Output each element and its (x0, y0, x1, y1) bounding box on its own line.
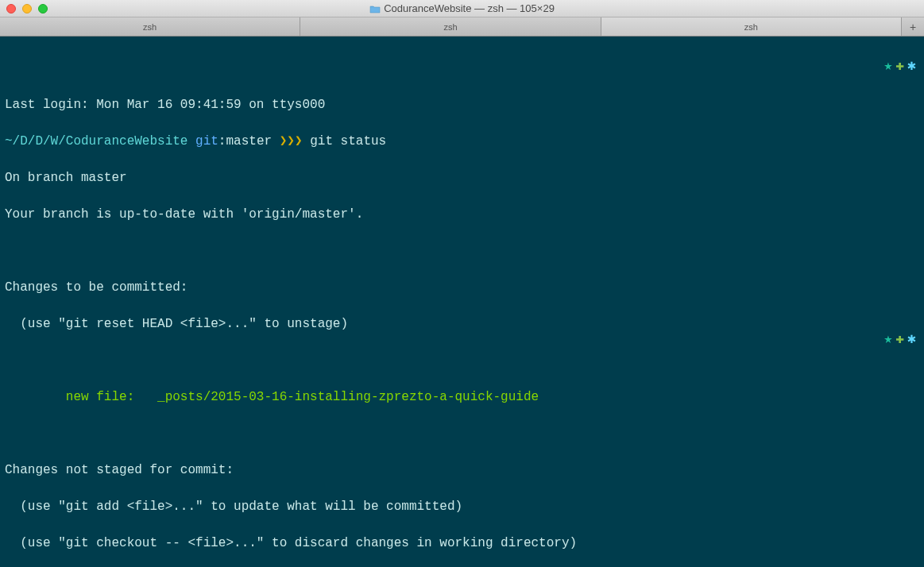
titlebar: CoduranceWebsite — zsh — 105×29 (0, 0, 924, 17)
prompt-path: ~/D/D/W/CoduranceWebsite (5, 134, 188, 148)
tab-label: zsh (443, 22, 457, 32)
tab-zsh-2[interactable]: zsh (300, 17, 601, 36)
uptodate-line: Your branch is up-to-date with 'origin/m… (5, 206, 919, 224)
add-hint: (use "git add <file>..." to update what … (5, 498, 919, 516)
window-title-text: CoduranceWebsite — zsh — 105×29 (384, 2, 555, 14)
tab-zsh-3[interactable]: zsh (601, 17, 902, 36)
command-text: git status (310, 134, 386, 148)
checkout-hint: (use "git checkout -- <file>..." to disc… (5, 534, 919, 553)
git-indicators-2: ★✚✱ (883, 330, 916, 349)
git-indicators-1: ★✚✱ (883, 57, 916, 75)
minimize-button[interactable] (22, 4, 32, 14)
last-login-line: Last login: Mon Mar 16 09:41:59 on ttys0… (5, 96, 919, 114)
close-button[interactable] (6, 4, 16, 14)
new-file-line: new file: _posts/2015-03-16-installing-z… (5, 388, 919, 407)
changes-header: Changes to be committed: (5, 279, 919, 297)
maximize-button[interactable] (38, 4, 48, 14)
tab-zsh-1[interactable]: zsh (0, 17, 300, 36)
new-file-path: _posts/2015-03-16-installing-zprezto-a-q… (157, 390, 539, 404)
blank-line (5, 242, 919, 260)
tabbar: zsh zsh zsh + (0, 17, 924, 37)
branch-status-line: On branch master (5, 169, 919, 187)
terminal-area[interactable]: ★✚✱ ★✚✱ Last login: Mon Mar 16 09:41:59 … (0, 37, 924, 567)
unstage-hint: (use "git reset HEAD <file>..." to unsta… (5, 315, 919, 334)
asterisk-icon: ✱ (907, 330, 916, 349)
tab-label: zsh (143, 22, 157, 32)
star-icon: ★ (883, 57, 892, 75)
new-file-label: new file: (5, 390, 157, 404)
prompt-line-1: ~/D/D/W/CoduranceWebsite git:master ❯❯❯ … (5, 133, 919, 151)
blank-line (5, 425, 919, 443)
plus-icon: ✚ (895, 330, 904, 349)
traffic-lights (6, 4, 48, 14)
plus-icon: ✚ (895, 57, 904, 75)
blank-line (5, 352, 919, 370)
tab-label: zsh (744, 22, 758, 32)
not-staged-header: Changes not staged for commit: (5, 461, 919, 480)
git-label: git (195, 134, 218, 148)
asterisk-icon: ✱ (907, 57, 916, 75)
prompt-arrows: ❯❯❯ (280, 134, 303, 148)
star-icon: ★ (883, 330, 892, 349)
folder-icon (369, 4, 381, 13)
new-tab-button[interactable]: + (902, 17, 924, 36)
window-title: CoduranceWebsite — zsh — 105×29 (6, 2, 918, 14)
branch-name: master (226, 134, 272, 148)
